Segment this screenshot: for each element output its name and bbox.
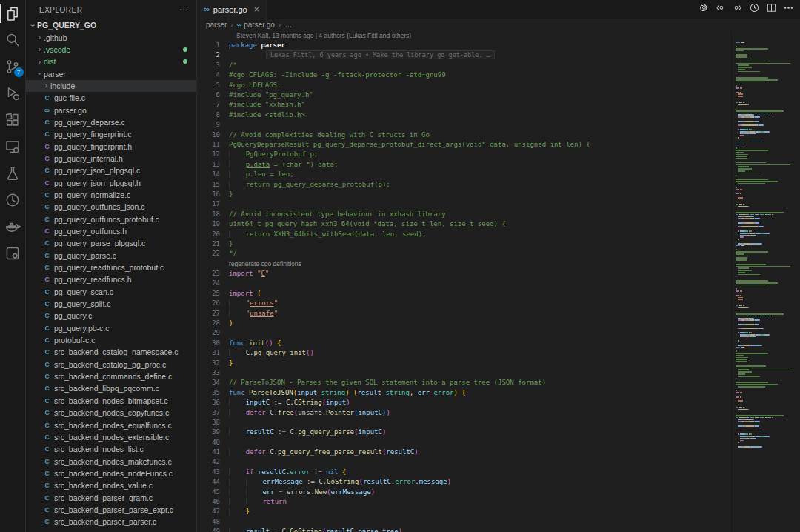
code-editor[interactable]: Steven Kalt, 13 months ago | 4 authors (… <box>197 30 800 532</box>
line-number: 10 <box>197 131 220 139</box>
gitlens-changes-icon[interactable] <box>698 2 709 16</box>
split-editor-icon[interactable] <box>766 2 777 16</box>
scm-pending-badge: 7 <box>14 67 24 77</box>
source-control-icon[interactable]: 7 <box>0 53 26 80</box>
tree-item-label: pg_query_normalize.c <box>54 190 130 199</box>
tree-folder--github[interactable]: ›.github <box>26 31 196 43</box>
more-actions-icon[interactable] <box>783 2 794 16</box>
explorer-icon[interactable] <box>0 0 26 27</box>
workspace-settings-icon[interactable] <box>0 240 26 267</box>
line-number: 25 <box>197 290 220 297</box>
minimap[interactable] <box>736 41 795 532</box>
line-number: 21 <box>197 240 220 247</box>
tree-file-pg-query-c[interactable]: Cpg_query.c <box>26 310 196 322</box>
tree-file-pg-query-deparse-c[interactable]: Cpg_query_deparse.c <box>26 116 196 128</box>
tree-folder-pg-query-go[interactable]: ›PG_QUERY_GO <box>26 19 196 31</box>
code-line-24: 24 <box>197 279 730 288</box>
tree-file-pg-query-json-plpgsql-h[interactable]: Cpg_query_json_plpgsql.h <box>26 176 196 188</box>
tree-item-label: .vscode <box>44 45 70 54</box>
tree-file-pg-query-outfuncs-h[interactable]: Cpg_query_outfuncs.h <box>26 225 196 237</box>
close-tab-icon[interactable]: × <box>254 4 259 15</box>
c-blue-file-icon: C <box>42 482 52 489</box>
line-number: 13 <box>197 161 220 168</box>
code-line-37: 37 defer C.free(unsafe.Pointer(inputC)) <box>197 408 730 417</box>
tree-item-label: parser.go <box>54 106 87 115</box>
tree-file-pg-query-internal-h[interactable]: Cpg_query_internal.h <box>26 153 196 164</box>
tree-file-src-backend-nodes-value-c[interactable]: Csrc_backend_nodes_value.c <box>26 479 196 491</box>
tree-file-src-backend-parser-parse-expr-c[interactable]: Csrc_backend_parser_parse_expr.c <box>26 504 196 516</box>
tree-file-pg-query-json-plpgsql-c[interactable]: Cpg_query_json_plpgsql.c <box>26 164 196 176</box>
timeline-icon[interactable] <box>749 2 760 16</box>
tree-file-src-backend-nodes-copyfuncs-c[interactable]: Csrc_backend_nodes_copyfuncs.c <box>26 407 196 419</box>
tree-file-pg-query-normalize-c[interactable]: Cpg_query_normalize.c <box>26 189 196 201</box>
tree-file-guc-file-c[interactable]: Cguc-file.c <box>26 92 196 104</box>
tree-folder-parser[interactable]: ›parser <box>26 67 196 79</box>
tab-parser-go[interactable]: ∞ parser.go × <box>197 0 267 19</box>
tree-file-pg-query-pb-c-c[interactable]: Cpg_query.pb-c.c <box>26 322 196 334</box>
tree-file-pg-query-readfuncs-protobuf-c[interactable]: Cpg_query_readfuncs_protobuf.c <box>26 262 196 273</box>
tree-item-label: src_backend_nodes_value.c <box>54 481 153 490</box>
c-blue-file-icon: C <box>42 336 52 344</box>
code-line-48: 48 <box>197 516 730 526</box>
explorer-more-actions-icon[interactable]: ⋯ <box>179 4 189 15</box>
tree-file-protobuf-c-c[interactable]: Cprotobuf-c.c <box>26 334 196 346</box>
c-purple-file-icon: C <box>42 143 52 150</box>
tree-file-src-backend-parser-parser-c[interactable]: Csrc_backend_parser_parser.c <box>26 516 196 528</box>
tree-item-label: pg_query_deparse.c <box>54 118 125 127</box>
tree-file-pg-query-outfuncs-json-c[interactable]: Cpg_query_outfuncs_json.c <box>26 201 196 213</box>
tree-file-src-backend-nodes-bitmapset-c[interactable]: Csrc_backend_nodes_bitmapset.c <box>26 395 196 407</box>
code-line-11: 11PgQueryDeparseResult pg_query_deparse_… <box>197 139 730 149</box>
c-blue-file-icon: C <box>42 312 52 319</box>
tree-file-src-backend-catalog-namespace-c[interactable]: Csrc_backend_catalog_namespace.c <box>26 346 196 358</box>
run-debug-icon[interactable] <box>0 80 26 107</box>
tree-file-pg-query-parse-plpgsql-c[interactable]: Cpg_query_parse_plpgsql.c <box>26 237 196 249</box>
search-icon[interactable] <box>0 27 26 53</box>
tree-file-src-backend-nodes-makefuncs-c[interactable]: Csrc_backend_nodes_makefuncs.c <box>26 455 196 467</box>
breadcrumb-item[interactable]: parser <box>206 21 227 29</box>
line-number: 22 <box>197 250 220 257</box>
tree-item-label: pg_query_readfuncs.h <box>54 275 132 284</box>
tree-file-pg-query-fingerprint-h[interactable]: Cpg_query_fingerprint.h <box>26 140 196 152</box>
line-number: 9 <box>197 121 220 128</box>
c-blue-file-icon: C <box>42 325 52 332</box>
tree-file-src-backend-commands-define-c[interactable]: Csrc_backend_commands_define.c <box>26 370 196 382</box>
code-line-1: 1package parser <box>197 40 730 50</box>
breadcrumb-item[interactable]: … <box>284 21 292 29</box>
next-change-icon[interactable] <box>732 2 743 16</box>
docker-icon[interactable] <box>0 213 26 240</box>
codelens-action[interactable]: regenerate cgo definitions <box>197 259 730 268</box>
tree-file-pg-query-parse-c[interactable]: Cpg_query_parse.c <box>26 250 196 262</box>
tree-file-src-backend-nodes-list-c[interactable]: Csrc_backend_nodes_list.c <box>26 443 196 455</box>
gitlens-icon[interactable] <box>0 187 26 213</box>
extensions-icon[interactable] <box>0 107 26 133</box>
tree-file-src-backend-catalog-pg-proc-c[interactable]: Csrc_backend_catalog_pg_proc.c <box>26 359 196 370</box>
code-line-8: 8#include <stdlib.h> <box>197 110 730 119</box>
explorer-header: EXPLORER ⋯ <box>26 0 196 19</box>
code-line-36: 36 inputC := C.CString(input) <box>197 397 730 407</box>
c-blue-file-icon: C <box>42 288 52 296</box>
code-line-39: 39 resultC := C.pg_query_parse(inputC) <box>197 428 730 437</box>
tree-file-pg-query-outfuncs-protobuf-c[interactable]: Cpg_query_outfuncs_protobuf.c <box>26 213 196 225</box>
tree-file-src-backend-nodes-equalfuncs-c[interactable]: Csrc_backend_nodes_equalfuncs.c <box>26 419 196 430</box>
testing-icon[interactable] <box>0 160 26 187</box>
tree-file-src-backend-nodes-nodefuncs-c[interactable]: Csrc_backend_nodes_nodeFuncs.c <box>26 468 196 479</box>
c-blue-file-icon: C <box>42 385 52 392</box>
tree-folder-include[interactable]: ›include <box>26 80 196 92</box>
breadcrumb-item[interactable]: ∞parser.go <box>237 21 275 29</box>
code-line-10: 10// Avoid complexities dealing with C s… <box>197 130 730 139</box>
tree-file-pg-query-fingerprint-c[interactable]: Cpg_query_fingerprint.c <box>26 128 196 140</box>
tree-folder-dist[interactable]: ›dist <box>26 56 196 67</box>
code-line-27: 27 "unsafe" <box>197 308 730 318</box>
tree-file-src-backend-parser-gram-c[interactable]: Csrc_backend_parser_gram.c <box>26 491 196 503</box>
tree-folder--vscode[interactable]: ›.vscode <box>26 44 196 56</box>
tree-file-pg-query-split-c[interactable]: Cpg_query_split.c <box>26 298 196 310</box>
tree-file-pg-query-scan-c[interactable]: Cpg_query_scan.c <box>26 286 196 298</box>
tree-file-parser-go[interactable]: ∞parser.go <box>26 104 196 116</box>
prev-change-icon[interactable] <box>715 2 726 16</box>
tree-file-src-backend-nodes-extensible-c[interactable]: Csrc_backend_nodes_extensible.c <box>26 431 196 443</box>
remote-explorer-icon[interactable] <box>0 133 26 160</box>
tree-file-pg-query-readfuncs-h[interactable]: Cpg_query_readfuncs.h <box>26 273 196 285</box>
code-line-30: 30func init() { <box>197 338 730 348</box>
tree-file-src-backend-libpq-pqcomm-c[interactable]: Csrc_backend_libpq_pqcomm.c <box>26 382 196 394</box>
line-number: 37 <box>197 409 220 416</box>
